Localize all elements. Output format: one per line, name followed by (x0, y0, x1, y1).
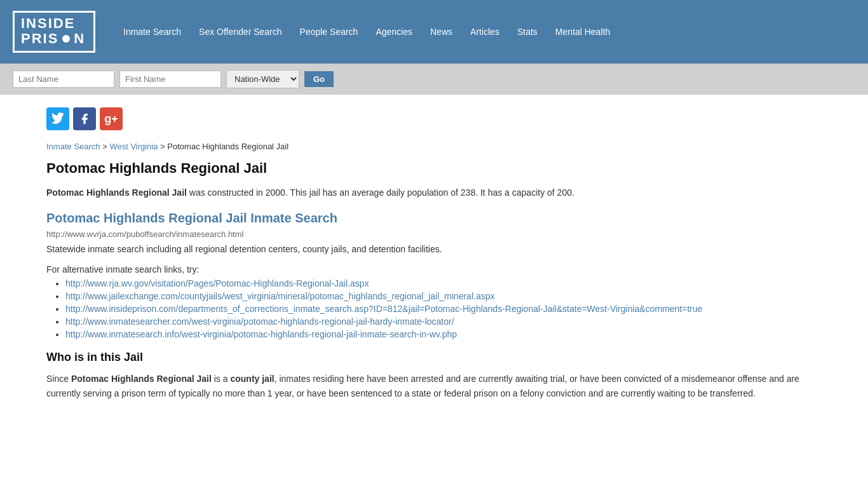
who-text-1: Since (46, 374, 71, 384)
header: INSIDE PRISN Inmate Search Sex Offender … (0, 0, 868, 64)
go-button[interactable]: Go (304, 71, 334, 87)
first-name-input[interactable] (119, 71, 221, 88)
nav-articles[interactable]: Articles (461, 0, 508, 64)
logo-inside-text: INSIDE (21, 17, 87, 30)
page-title: Potomac Highlands Regional Jail (46, 160, 822, 177)
breadcrumb-separator-2: > (160, 142, 167, 151)
list-item: http://www.inmatesearcher.com/west-virgi… (65, 316, 822, 327)
list-item: http://www.jailexchange.com/countyjails/… (65, 291, 822, 301)
who-text-2: is a (212, 374, 231, 384)
nav-people-search[interactable]: People Search (291, 0, 367, 64)
who-bold-2: county jail (230, 374, 274, 384)
breadcrumb: Inmate Search > West Virginia > Potomac … (46, 142, 822, 151)
alt-link-1[interactable]: http://www.rja.wv.gov/visitation/Pages/P… (65, 278, 369, 288)
breadcrumb-current: Potomac Highlands Regional Jail (167, 142, 288, 151)
breadcrumb-west-virginia[interactable]: West Virginia (109, 142, 158, 151)
facebook-button[interactable] (73, 107, 96, 130)
alt-links-list: http://www.rja.wv.gov/visitation/Pages/P… (65, 278, 822, 339)
inmate-search-url: http://www.wvrja.com/puboffsearch/inmate… (46, 229, 822, 239)
twitter-button[interactable] (46, 107, 69, 130)
nav-news[interactable]: News (421, 0, 461, 64)
search-bar: Nation-Wide Alabama Alaska West Virginia… (0, 64, 868, 95)
alt-link-2[interactable]: http://www.jailexchange.com/countyjails/… (65, 291, 494, 301)
google-plus-label: g+ (104, 112, 118, 126)
alt-link-3[interactable]: http://www.insideprison.com/departments_… (65, 304, 703, 314)
alt-links-intro: For alternative inmate search links, try… (46, 264, 822, 274)
who-paragraph: Since Potomac Highlands Regional Jail is… (46, 372, 822, 400)
nav-inmate-search[interactable]: Inmate Search (114, 0, 190, 64)
alt-link-5[interactable]: http://www.inmatesearch.info/west-virgin… (65, 329, 457, 339)
who-bold-1: Potomac Highlands Regional Jail (71, 374, 212, 384)
alt-link-4[interactable]: http://www.inmatesearcher.com/west-virgi… (65, 316, 454, 327)
main-nav: Inmate Search Sex Offender Search People… (114, 0, 619, 64)
nav-stats[interactable]: Stats (508, 0, 546, 64)
logo[interactable]: INSIDE PRISN (13, 11, 95, 53)
social-buttons: g+ (46, 107, 822, 130)
intro-rest: was constructed in 2000. This jail has a… (187, 187, 574, 198)
list-item: http://www.rja.wv.gov/visitation/Pages/P… (65, 278, 822, 288)
breadcrumb-separator-1: > (102, 142, 109, 151)
list-item: http://www.insideprison.com/departments_… (65, 304, 822, 314)
inmate-search-description: Statewide inmate search including all re… (46, 244, 822, 254)
nav-sex-offender-search[interactable]: Sex Offender Search (190, 0, 290, 64)
last-name-input[interactable] (13, 71, 114, 88)
twitter-icon (51, 112, 64, 125)
main-content: g+ Inmate Search > West Virginia > Potom… (34, 95, 834, 426)
facebook-icon (78, 112, 91, 125)
location-select[interactable]: Nation-Wide Alabama Alaska West Virginia (226, 70, 299, 88)
google-plus-button[interactable]: g+ (100, 107, 123, 130)
logo-prison-text: PRISN (21, 30, 87, 47)
nav-agencies[interactable]: Agencies (367, 0, 421, 64)
breadcrumb-inmate-search[interactable]: Inmate Search (46, 142, 100, 151)
intro-bold: Potomac Highlands Regional Jail (46, 187, 187, 198)
inmate-search-link[interactable]: Potomac Highlands Regional Jail Inmate S… (46, 211, 337, 226)
who-section-title: Who is in this Jail (46, 351, 822, 364)
logo-o-icon (60, 33, 72, 44)
list-item: http://www.inmatesearch.info/west-virgin… (65, 329, 822, 339)
intro-paragraph: Potomac Highlands Regional Jail was cons… (46, 186, 822, 200)
nav-mental-health[interactable]: Mental Health (546, 0, 619, 64)
